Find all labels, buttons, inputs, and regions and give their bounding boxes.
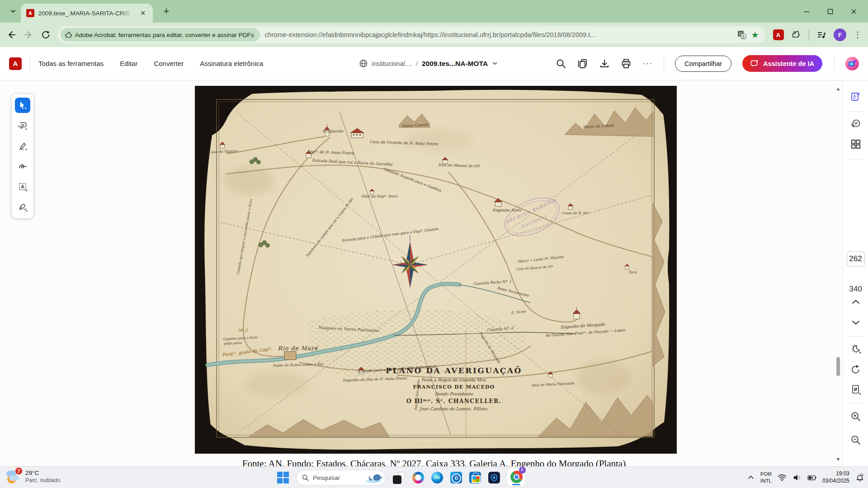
breadcrumb-document[interactable]: 2009.tes...NA-MOTA <box>422 60 488 68</box>
close-window-button[interactable] <box>842 3 865 20</box>
copilot-icon[interactable] <box>412 472 424 483</box>
media-controls-icon[interactable] <box>816 30 826 40</box>
bookmark-star-icon[interactable]: ★ <box>751 31 761 39</box>
tab-close-icon[interactable]: ✕ <box>138 9 147 18</box>
fit-page-icon[interactable] <box>850 384 861 395</box>
divider <box>848 403 863 404</box>
tab-title: 2009.tese_.MARIA-SARITA-CRIS <box>38 10 134 17</box>
select-tool[interactable] <box>15 98 30 113</box>
bing-daily-image-icon <box>364 472 382 483</box>
breadcrumb-site[interactable]: institucional.... <box>372 60 412 67</box>
divider <box>848 159 863 160</box>
menu-edit[interactable]: Editar <box>120 60 137 67</box>
scrollbar-thumb[interactable] <box>836 357 840 376</box>
clock[interactable]: 19:03 03/04/2025 <box>822 470 849 484</box>
pdf-viewer-area: A <box>0 80 843 466</box>
tray-chevron-icon[interactable] <box>747 473 755 482</box>
pdf-page[interactable]: Morro CanadoMorro da CidadeFregueziaCasa… <box>195 86 677 454</box>
wifi-icon[interactable] <box>778 473 787 482</box>
breadcrumb-separator: / <box>416 60 418 67</box>
minimize-button[interactable] <box>795 3 818 20</box>
svg-text:文: 文 <box>742 35 745 39</box>
svg-text:z: z <box>862 473 863 476</box>
comment-tool[interactable] <box>15 118 30 133</box>
acrobat-logo[interactable]: A <box>9 57 22 70</box>
share-button[interactable]: Compartilhar <box>675 56 731 72</box>
previous-page-icon[interactable] <box>852 299 860 305</box>
notifications-bell-icon[interactable]: zz <box>855 473 864 482</box>
edge-icon[interactable] <box>431 472 443 483</box>
current-page-box[interactable]: 262 <box>847 251 865 267</box>
weather-temp: 29°C <box>25 469 60 477</box>
draw-tool[interactable] <box>15 159 30 174</box>
map-label: Cazas de N. Srª. <box>561 211 590 215</box>
download-icon[interactable] <box>599 58 610 69</box>
map-label: O Illᵐᵒ. Sʳ. CHANCELLER. <box>406 398 501 404</box>
pdf-scrollbar[interactable] <box>835 87 841 462</box>
highlight-tool[interactable] <box>15 138 30 154</box>
scroll-up-icon[interactable] <box>836 87 840 91</box>
search-icon[interactable] <box>556 58 566 69</box>
browser-toolbar: Adobe Acrobat: ferramentas para editar, … <box>0 23 868 47</box>
tab-search-button[interactable] <box>6 5 20 18</box>
back-icon[interactable] <box>6 30 16 40</box>
map-label: Engenho Novo <box>492 208 521 212</box>
security-app-icon[interactable] <box>488 472 500 483</box>
start-button[interactable] <box>277 472 289 484</box>
language-indicator[interactable]: POR INTL <box>760 471 772 484</box>
browser-tab[interactable]: A 2009.tese_.MARIA-SARITA-CRIS ✕ <box>21 4 153 23</box>
forward-icon[interactable] <box>24 30 33 40</box>
battery-icon[interactable] <box>807 473 816 482</box>
zoom-in-icon[interactable] <box>850 411 861 422</box>
map-label: Feita a Rogos do Guarda Mor, <box>421 377 486 383</box>
browser-profile-avatar[interactable]: F <box>834 28 846 41</box>
thumbnails-grid-icon[interactable] <box>851 139 861 149</box>
adobe-extension-icon[interactable]: A <box>773 29 784 40</box>
fill-sign-tool[interactable] <box>15 199 30 215</box>
ai-assistant-panel-icon[interactable] <box>850 91 861 102</box>
ai-assistant-button[interactable]: Assistente de IA <box>742 55 822 72</box>
taskbar-search[interactable]: Pesquisar <box>296 470 386 485</box>
weather-icon: 7 <box>6 469 22 484</box>
page-thumbnails-icon[interactable] <box>577 58 588 69</box>
address-bar[interactable]: Adobe Acrobat: ferramentas para editar, … <box>58 26 765 43</box>
divider <box>834 57 835 70</box>
map-label: Pilar no Engº. Novo <box>361 194 398 198</box>
tab-strip: A 2009.tese_.MARIA-SARITA-CRIS ✕ + <box>0 0 868 23</box>
task-view-button[interactable] <box>393 472 405 484</box>
maximize-button[interactable] <box>818 3 842 20</box>
next-page-icon[interactable] <box>852 320 860 325</box>
menu-convert[interactable]: Converter <box>154 60 184 67</box>
divider <box>30 57 30 70</box>
tray-date: 03/04/2025 <box>822 478 849 485</box>
taskbar-weather-widget[interactable]: 7 29°C Parc. nublado <box>6 469 60 484</box>
volume-icon[interactable] <box>793 473 802 482</box>
translate-icon[interactable]: G文 <box>737 30 746 39</box>
add-text-tool[interactable]: A <box>15 179 30 194</box>
search-placeholder: Pesquisar <box>313 474 360 481</box>
print-icon[interactable] <box>621 58 632 69</box>
chrome-taskbar-icon[interactable]: F <box>507 468 525 486</box>
rotate-page-icon[interactable] <box>850 364 861 375</box>
more-options-icon[interactable]: ··· <box>642 59 653 68</box>
avatar-graphic <box>848 60 856 67</box>
reload-icon[interactable] <box>41 30 51 40</box>
acrobat-profile-avatar[interactable] <box>845 57 859 70</box>
theme-toggle-icon[interactable] <box>850 343 861 354</box>
zoom-out-icon[interactable] <box>850 435 861 446</box>
new-tab-button[interactable]: + <box>160 5 172 17</box>
map-label: FRANCISCO DE MACEDO <box>413 384 495 390</box>
extension-badge[interactable]: Adobe Acrobat: ferramentas para editar, … <box>61 28 260 42</box>
document-breadcrumb[interactable]: institucional.... / 2009.tes...NA-MOTA <box>359 59 498 68</box>
outlook-icon[interactable] <box>450 472 462 483</box>
menu-esign[interactable]: Assinatura eletrônica <box>200 60 263 67</box>
menu-all-tools[interactable]: Todas as ferramentas <box>38 60 104 67</box>
map-label: Jozé Cardozo de Lemos, Pilloto. <box>419 406 488 411</box>
microsoft-store-icon[interactable] <box>469 472 481 483</box>
extensions-icon[interactable] <box>792 30 802 40</box>
comments-panel-icon[interactable] <box>850 118 861 129</box>
browser-menu-icon[interactable]: ⋮ <box>854 30 862 40</box>
map-label: Sendo Prezidente <box>435 391 474 396</box>
scroll-down-icon[interactable] <box>836 457 840 462</box>
chevron-down-icon[interactable] <box>492 61 498 66</box>
